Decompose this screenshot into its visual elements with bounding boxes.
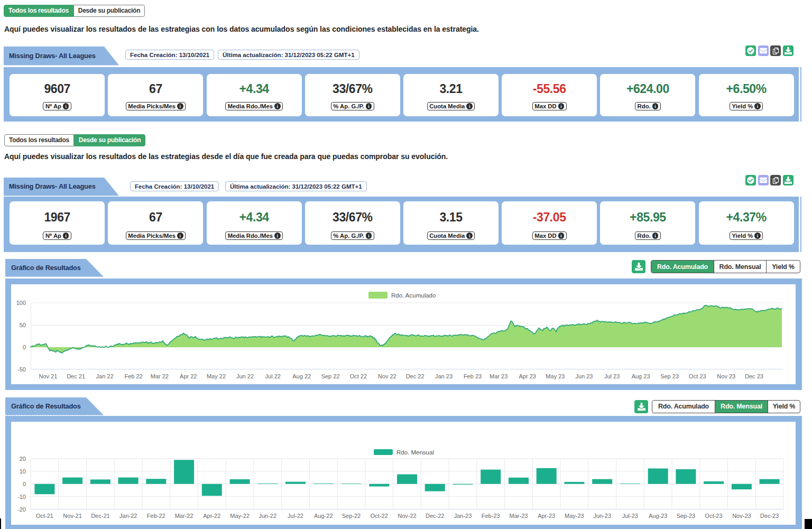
svg-text:Dec-22: Dec-22 — [426, 513, 444, 519]
svg-text:Jan 22: Jan 22 — [96, 373, 114, 379]
svg-text:Sep 23: Sep 23 — [660, 373, 679, 379]
svg-text:Jan 23: Jan 23 — [435, 373, 453, 379]
svg-text:Nov 21: Nov 21 — [39, 373, 57, 379]
svg-text:Dec-23: Dec-23 — [760, 513, 779, 519]
svg-text:Rdo. Acumulado: Rdo. Acumulado — [391, 292, 436, 299]
svg-text:Sep-22: Sep-22 — [342, 513, 361, 519]
svg-text:Nov-23: Nov-23 — [732, 513, 751, 519]
svg-text:Dec 23: Dec 23 — [745, 373, 763, 379]
svg-text:Aug 23: Aug 23 — [632, 373, 650, 379]
svg-text:Apr-23: Apr-23 — [538, 513, 555, 519]
svg-text:Apr 22: Apr 22 — [180, 373, 197, 379]
svg-text:Mar 22: Mar 22 — [151, 373, 169, 379]
svg-text:Jun-22: Jun-22 — [259, 513, 276, 519]
svg-text:Aug-22: Aug-22 — [314, 513, 333, 519]
svg-text:0: 0 — [23, 481, 26, 487]
svg-text:Aug 22: Aug 22 — [292, 373, 311, 379]
svg-text:Sep 22: Sep 22 — [321, 373, 340, 379]
svg-text:-10: -10 — [17, 494, 26, 500]
svg-text:Oct-21: Oct-21 — [36, 513, 53, 519]
svg-text:Feb 23: Feb 23 — [464, 373, 482, 379]
svg-text:Oct-22: Oct-22 — [371, 513, 388, 519]
svg-text:Mar-23: Mar-23 — [510, 513, 528, 519]
svg-text:Feb-23: Feb-23 — [482, 513, 500, 519]
svg-text:20: 20 — [20, 456, 26, 462]
svg-text:Nov-21: Nov-21 — [63, 513, 81, 519]
svg-text:Sep-23: Sep-23 — [677, 513, 695, 519]
svg-text:Mar-22: Mar-22 — [175, 513, 193, 519]
svg-text:May-22: May-22 — [230, 513, 250, 519]
svg-text:Jul-23: Jul-23 — [622, 513, 638, 519]
svg-text:Apr 23: Apr 23 — [519, 373, 536, 379]
svg-text:Jan-23: Jan-23 — [454, 513, 472, 519]
svg-text:Mar 23: Mar 23 — [490, 373, 508, 379]
svg-text:Oct-23: Oct-23 — [705, 513, 723, 519]
svg-text:Jul 23: Jul 23 — [604, 373, 620, 379]
svg-text:Jul-22: Jul-22 — [288, 513, 303, 519]
svg-text:May 22: May 22 — [207, 373, 226, 379]
svg-text:Jan-22: Jan-22 — [119, 513, 137, 519]
svg-text:Dec-21: Dec-21 — [91, 513, 109, 519]
svg-text:May 23: May 23 — [546, 373, 565, 379]
svg-text:Jul 22: Jul 22 — [265, 373, 281, 379]
svg-text:10: 10 — [20, 468, 26, 475]
svg-text:-50: -50 — [17, 366, 26, 373]
svg-text:Nov 23: Nov 23 — [717, 373, 735, 379]
svg-text:Dec 22: Dec 22 — [406, 373, 425, 379]
svg-text:Feb 22: Feb 22 — [124, 373, 142, 379]
svg-text:Jun-23: Jun-23 — [593, 513, 611, 519]
svg-text:Feb-22: Feb-22 — [147, 513, 165, 519]
svg-text:100: 100 — [16, 300, 26, 306]
svg-text:May-23: May-23 — [565, 513, 584, 519]
svg-text:Nov 22: Nov 22 — [378, 373, 396, 379]
svg-text:Nov-22: Nov-22 — [398, 513, 416, 519]
svg-text:Rdo. Mensual: Rdo. Mensual — [396, 449, 434, 456]
svg-text:Apr-22: Apr-22 — [203, 513, 220, 519]
svg-text:Jun 22: Jun 22 — [236, 373, 254, 379]
svg-text:Jun 23: Jun 23 — [575, 373, 593, 379]
svg-text:0: 0 — [23, 344, 26, 350]
svg-text:50: 50 — [20, 322, 26, 328]
svg-text:Oct 22: Oct 22 — [350, 373, 367, 379]
svg-text:Oct 23: Oct 23 — [689, 373, 706, 379]
svg-text:-20: -20 — [17, 506, 26, 513]
svg-text:Aug-23: Aug-23 — [649, 513, 667, 519]
svg-text:Dec 21: Dec 21 — [67, 373, 85, 379]
